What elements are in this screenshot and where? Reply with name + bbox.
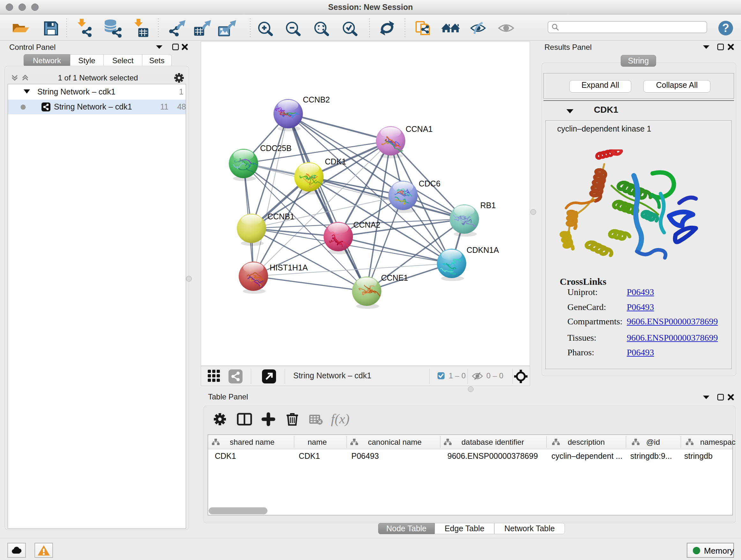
svg-text:CDC25B: CDC25B — [260, 144, 292, 152]
svg-text:1 of 1 Network selected: 1 of 1 Network selected — [58, 73, 138, 82]
svg-text:CCNE1: CCNE1 — [381, 273, 408, 282]
svg-text:CCNB1: CCNB1 — [267, 212, 294, 221]
svg-text:CCNB2: CCNB2 — [303, 95, 330, 104]
svg-text:f(x): f(x) — [331, 412, 349, 427]
svg-text:HIST1H1A: HIST1H1A — [270, 263, 308, 272]
svg-text:RB1: RB1 — [480, 201, 496, 210]
svg-text:CCNA1: CCNA1 — [406, 125, 433, 133]
svg-text:CDKN1A: CDKN1A — [467, 246, 499, 254]
svg-text:CCNA2: CCNA2 — [353, 220, 381, 229]
svg-text:CDC6: CDC6 — [419, 179, 441, 188]
svg-text:?: ? — [722, 21, 729, 35]
svg-text:CDK1: CDK1 — [325, 157, 346, 166]
